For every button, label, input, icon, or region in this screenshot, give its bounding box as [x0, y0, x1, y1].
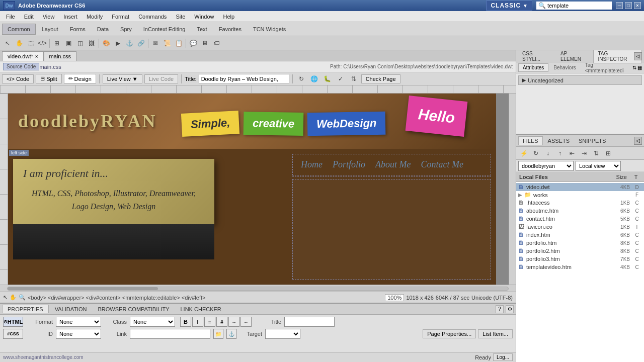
media-tool[interactable]: ▶	[112, 38, 123, 49]
ul-button[interactable]: ≡	[204, 317, 215, 327]
browse-link-button[interactable]: 📁	[213, 329, 223, 339]
title-input[interactable]	[199, 74, 289, 84]
debug-icon[interactable]: 🐛	[322, 73, 333, 84]
menu-modify[interactable]: Modify	[83, 13, 107, 21]
file-item-aboutme[interactable]: 🗎 aboutme.htm 6KB C	[516, 207, 644, 215]
canvas-scroll-v[interactable]	[509, 94, 516, 285]
insert-tab-spry[interactable]: Spry	[115, 24, 137, 35]
script-tool[interactable]: 📜	[162, 38, 173, 49]
insert-tab-data[interactable]: Data	[92, 24, 114, 35]
insert-tab-forms[interactable]: Forms	[64, 24, 91, 35]
preview-icon[interactable]: 🌐	[309, 73, 320, 84]
insert-tab-common[interactable]: Common	[2, 24, 36, 35]
close-button[interactable]: ×	[634, 2, 641, 9]
class-select[interactable]: None	[130, 317, 175, 327]
view-select[interactable]: Local view	[576, 161, 621, 171]
code-view-button[interactable]: </> Code	[2, 74, 34, 83]
table-tool[interactable]: ⊞	[51, 38, 62, 49]
download-button[interactable]: ↓	[542, 148, 553, 158]
refresh-icon[interactable]: ↻	[296, 73, 307, 84]
email-tool[interactable]: ✉	[150, 38, 161, 49]
file-tab-video-close[interactable]: ×	[35, 54, 38, 59]
attr-filter-icon[interactable]: ▦	[637, 65, 642, 70]
tab-css-styles[interactable]: CSS STYLI...	[518, 50, 555, 63]
log-button[interactable]: Log...	[493, 353, 513, 361]
file-item-portfolio3[interactable]: 🗎 portfolio3.htm 7KB C	[516, 255, 644, 263]
link-input[interactable]	[130, 329, 210, 339]
outdent-button[interactable]: ←	[240, 317, 252, 327]
comment-tool[interactable]: 💬	[188, 38, 199, 49]
arrow-tool[interactable]: ↖	[2, 38, 13, 49]
site-select[interactable]: doodlebyryan	[518, 161, 574, 171]
insert-tab-layout[interactable]: Layout	[36, 24, 64, 35]
css-toggle-button[interactable]: # CSS	[3, 329, 23, 339]
files-tab-assets[interactable]: ASSETS	[544, 137, 574, 145]
attr-sort-icon[interactable]: ⇅	[632, 65, 636, 70]
template-tool[interactable]: 📋	[173, 38, 184, 49]
italic-button[interactable]: I	[192, 317, 203, 327]
menu-format[interactable]: Format	[108, 13, 133, 21]
check-in-button[interactable]: ⇥	[579, 148, 590, 158]
menu-site[interactable]: Site	[172, 13, 189, 21]
anchor-link-button[interactable]: ⚓	[226, 329, 236, 339]
insert-tab-text[interactable]: Text	[191, 24, 212, 35]
tab-ap-elements[interactable]: AP ELEMEN	[556, 50, 593, 63]
code-tool[interactable]: </>	[37, 38, 48, 49]
tag-tool[interactable]: 🏷	[211, 38, 222, 49]
props-tab-link[interactable]: LINK CHECKER	[176, 305, 226, 313]
expand-works-icon[interactable]: ▶	[518, 192, 522, 198]
minimize-button[interactable]: ─	[616, 2, 623, 9]
anchor-tool[interactable]: ⚓	[124, 38, 135, 49]
page-properties-button[interactable]: Page Properties...	[423, 329, 476, 338]
refresh-files-button[interactable]: ↻	[530, 148, 541, 158]
title-prop-input[interactable]	[284, 317, 335, 327]
check-page-button[interactable]: Check Page	[361, 74, 400, 83]
props-tab-validation[interactable]: VALIDATION	[50, 305, 92, 313]
source-code-btn[interactable]: Source Code	[3, 63, 39, 70]
props-settings-icon[interactable]: ⚙	[506, 305, 514, 313]
file-item-works[interactable]: ▶ 📁 works F	[516, 191, 644, 199]
format-select[interactable]: NoneParagraphHeading 1	[56, 317, 101, 327]
color-tool[interactable]: 🎨	[101, 38, 112, 49]
css-file-link[interactable]: main.css	[39, 64, 61, 70]
maximize-button[interactable]: □	[625, 2, 632, 9]
validate-icon[interactable]: ✓	[335, 73, 346, 84]
files-panel-collapse[interactable]: ◁	[634, 137, 642, 145]
search-input[interactable]	[547, 3, 603, 9]
frame-tool[interactable]: ▣	[63, 38, 74, 49]
right-panel-collapse[interactable]: ◁	[634, 52, 642, 60]
file-item-index[interactable]: 🗎 index.htm 6KB C	[516, 231, 644, 239]
server-tool[interactable]: 🖥	[199, 38, 210, 49]
filetransfer-icon[interactable]: ⇅	[348, 73, 359, 84]
attr-tab[interactable]: Attributes	[518, 63, 548, 72]
menu-window[interactable]: Window	[190, 13, 218, 21]
file-item-favicon[interactable]: 🖼 favicon.ico 1KB I	[516, 223, 644, 231]
file-item-htaccess[interactable]: 🗎 .htaccess 1KB C	[516, 199, 644, 207]
files-tab-files[interactable]: FILES	[518, 136, 543, 145]
sync-button[interactable]: ⇅	[591, 148, 602, 158]
props-tab-browser[interactable]: BROWSER COMPATIBILITY	[93, 305, 175, 313]
upload-button[interactable]: ↑	[554, 148, 566, 158]
menu-edit[interactable]: Edit	[20, 13, 38, 21]
insert-tab-incontext[interactable]: InContext Editing	[138, 24, 191, 35]
connect-button[interactable]: ⚡	[518, 148, 529, 158]
menu-insert[interactable]: Insert	[59, 13, 82, 21]
menu-file[interactable]: File	[2, 13, 19, 21]
menu-view[interactable]: View	[39, 13, 59, 21]
files-tab-snippets[interactable]: SNIPPETS	[575, 137, 610, 145]
file-item-portfolio[interactable]: 🗎 portfolio.htm 8KB C	[516, 239, 644, 247]
file-tab-css[interactable]: main.css	[44, 51, 76, 61]
check-out-button[interactable]: ⇤	[567, 148, 578, 158]
workspace-dropdown-icon[interactable]: ▼	[523, 3, 528, 9]
file-item-contact[interactable]: 🗎 contact.htm 5KB C	[516, 215, 644, 223]
expand-files-button[interactable]: ⊞	[603, 148, 614, 158]
indent-button[interactable]: →	[228, 317, 239, 327]
hand-tool[interactable]: ✋	[14, 38, 25, 49]
ol-button[interactable]: #	[216, 317, 227, 327]
menu-commands[interactable]: Commands	[134, 13, 171, 21]
file-item-video[interactable]: 🗎 video.dwt 4KB D	[516, 183, 644, 191]
live-view-dropdown[interactable]: ▼	[132, 76, 138, 82]
html-toggle-button[interactable]: ⊙ HTML	[3, 317, 23, 327]
target-select[interactable]	[265, 329, 300, 339]
live-code-button[interactable]: Live Code	[144, 74, 179, 83]
